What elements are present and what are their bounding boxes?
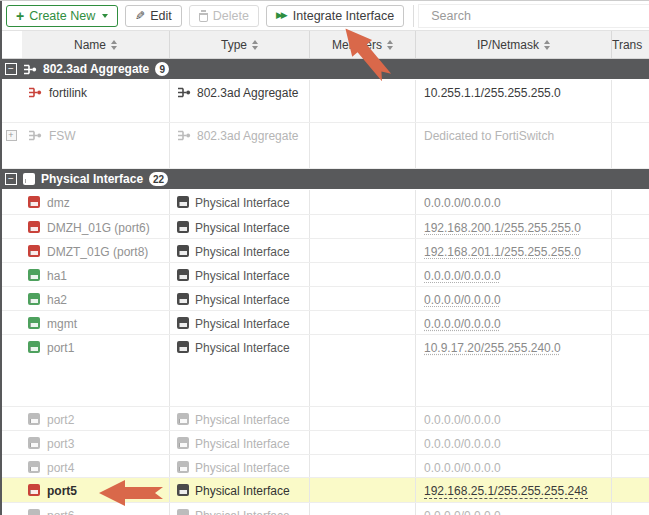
table-row[interactable]: port2Physical Interface0.0.0.0/0.0.0.0 — [0, 407, 649, 431]
group-header-row[interactable]: − 802.3ad Aggregate9 — [0, 59, 649, 80]
row-expand-cell — [0, 263, 22, 286]
edit-button[interactable]: ✎ Edit — [125, 5, 182, 27]
ip-cell: 0.0.0.0/0.0.0.0 — [416, 431, 612, 454]
name-cell: fortilink — [22, 80, 170, 122]
interface-type: Physical Interface — [195, 293, 290, 307]
interface-name: port5 — [47, 484, 77, 498]
type-cell: Physical Interface — [170, 287, 310, 310]
table-row[interactable]: + FSW 802.3ad AggregateDedicated to Fort… — [0, 123, 649, 169]
trans-cell — [612, 478, 649, 502]
trans-cell — [612, 503, 649, 515]
ip-netmask: 0.0.0.0/0.0.0.0 — [424, 317, 501, 331]
table-row[interactable]: fortilink 802.3ad Aggregate10.255.1.1/25… — [0, 80, 649, 123]
column-header-name[interactable]: Name — [22, 31, 170, 58]
header-expand-cell — [0, 31, 22, 58]
physical-interface-icon — [28, 413, 40, 425]
trans-cell — [612, 190, 649, 214]
table-row[interactable]: port1Physical Interface10.9.17.20/255.25… — [0, 335, 649, 407]
members-cell — [310, 407, 416, 430]
plus-icon: + — [16, 9, 24, 23]
ip-netmask: 192.168.25.1/255.255.255.248 — [424, 484, 588, 499]
physical-interface-icon — [28, 461, 40, 473]
members-cell — [310, 215, 416, 238]
column-header-type[interactable]: Type — [170, 31, 310, 58]
ip-netmask: 0.0.0.0/0.0.0.0 — [424, 437, 501, 451]
name-cell: DMZH_01G (port6) — [22, 215, 170, 238]
group-label: Physical Interface — [41, 172, 143, 186]
interface-name: ha2 — [47, 293, 67, 307]
table-row[interactable]: dmzPhysical Interface0.0.0.0/0.0.0.0 — [0, 190, 649, 215]
ip-netmask: 192.168.200.1/255.255.255.0 — [424, 221, 581, 235]
physical-interface-icon — [177, 269, 189, 281]
column-header-trans[interactable]: Trans — [612, 31, 649, 58]
interface-name: dmz — [47, 196, 70, 210]
name-cell: port3 — [22, 431, 170, 454]
table-row[interactable]: DMZT_01G (port8)Physical Interface192.16… — [0, 239, 649, 263]
expand-plus-icon[interactable]: + — [6, 130, 17, 141]
ip-netmask: 10.9.17.20/255.255.240.0 — [424, 341, 561, 355]
delete-button[interactable]: Delete — [189, 5, 259, 27]
fast-forward-icon: ▶▶ — [276, 11, 286, 20]
sort-icon[interactable] — [111, 40, 117, 50]
table-row[interactable]: port3Physical Interface0.0.0.0/0.0.0.0 — [0, 431, 649, 455]
ip-netmask: 192.168.201.1/255.255.255.0 — [424, 245, 581, 259]
interface-type: Physical Interface — [195, 484, 290, 498]
type-cell: Physical Interface — [170, 478, 310, 502]
ip-cell: 192.168.201.1/255.255.255.0 — [416, 239, 612, 262]
column-header-members[interactable]: Members — [310, 31, 416, 58]
table-header-row: Name Type Members IP/Netmask Trans — [0, 31, 649, 59]
column-label-type: Type — [221, 38, 247, 52]
table-row[interactable]: mgmtPhysical Interface0.0.0.0/0.0.0.0 — [0, 311, 649, 335]
create-new-button[interactable]: + Create New — [6, 5, 118, 27]
table-row[interactable]: ha1Physical Interface0.0.0.0/0.0.0.0 — [0, 263, 649, 287]
physical-interface-icon — [23, 173, 35, 185]
collapse-minus-icon[interactable]: − — [5, 173, 17, 185]
row-expand-cell — [0, 239, 22, 262]
group-header-row[interactable]: −Physical Interface22 — [0, 169, 649, 190]
type-cell: 802.3ad Aggregate — [170, 80, 310, 122]
interface-name: fortilink — [49, 86, 87, 100]
trans-cell — [612, 407, 649, 430]
interface-name: DMZT_01G (port8) — [47, 245, 148, 259]
column-header-ip-netmask[interactable]: IP/Netmask — [416, 31, 612, 58]
table-row[interactable]: ha2Physical Interface0.0.0.0/0.0.0.0 — [0, 287, 649, 311]
aggregate-icon — [28, 86, 42, 99]
group-label: 802.3ad Aggregate — [43, 62, 149, 76]
table-row[interactable]: port6Physical Interface0.0.0.0/0.0.0.0 — [0, 503, 649, 515]
name-cell: dmz — [22, 190, 170, 214]
table-row[interactable]: DMZH_01G (port6)Physical Interface192.16… — [0, 215, 649, 239]
name-cell: port2 — [22, 407, 170, 430]
physical-interface-icon — [28, 437, 40, 449]
integrate-interface-button[interactable]: ▶▶ Integrate Interface — [266, 5, 404, 27]
table-row[interactable]: port5Physical Interface192.168.25.1/255.… — [0, 478, 649, 503]
table-row[interactable]: port4Physical Interface0.0.0.0/0.0.0.0 — [0, 455, 649, 478]
interface-type: Physical Interface — [195, 245, 290, 259]
physical-interface-icon — [28, 509, 40, 515]
interface-type: 802.3ad Aggregate — [197, 129, 298, 143]
ip-cell: 10.9.17.20/255.255.240.0 — [416, 335, 612, 406]
trans-cell — [612, 215, 649, 238]
search-input[interactable] — [429, 8, 649, 24]
members-cell — [310, 123, 416, 168]
name-cell: port1 — [22, 335, 170, 406]
interface-name: ha1 — [47, 269, 67, 283]
edit-label: Edit — [150, 9, 172, 23]
sort-icon[interactable] — [387, 40, 393, 50]
physical-interface-icon — [177, 245, 189, 257]
row-expand-cell — [0, 503, 22, 515]
ip-cell: 192.168.25.1/255.255.255.248 — [416, 478, 612, 502]
members-cell — [310, 478, 416, 502]
trans-cell — [612, 335, 649, 406]
aggregate-icon — [177, 86, 191, 99]
sort-icon[interactable] — [544, 40, 550, 50]
left-edge-divider — [0, 1, 2, 515]
ip-cell: 0.0.0.0/0.0.0.0 — [416, 263, 612, 286]
group-count-badge: 22 — [149, 172, 168, 186]
collapse-minus-icon[interactable]: − — [5, 63, 17, 75]
ip-cell: 0.0.0.0/0.0.0.0 — [416, 311, 612, 334]
interface-name: port1 — [47, 341, 74, 355]
ip-netmask: 0.0.0.0/0.0.0.0 — [424, 293, 501, 307]
sort-icon[interactable] — [252, 40, 258, 50]
aggregate-icon — [177, 129, 191, 142]
trans-cell — [612, 239, 649, 262]
